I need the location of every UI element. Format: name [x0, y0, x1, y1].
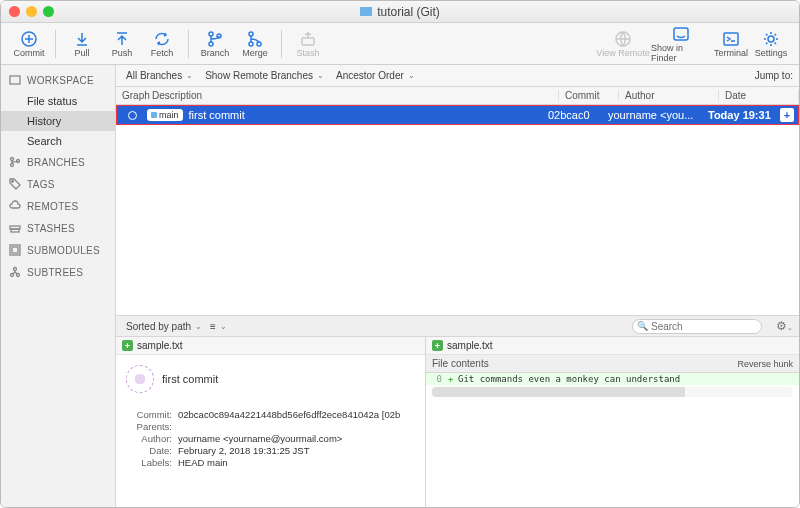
file-list-item[interactable]: + sample.txt [116, 337, 425, 355]
commit-icon [20, 30, 38, 48]
sidebar-section-workspace[interactable]: WORKSPACE [1, 69, 115, 91]
pull-button[interactable]: Pull [62, 24, 102, 64]
gear-icon [762, 30, 780, 48]
value-parents [178, 421, 415, 432]
value-labels: HEAD main [178, 457, 415, 468]
value-commit: 02bcac0c894a4221448bd56ef6dff2ece841042a… [178, 409, 415, 420]
separator [55, 30, 56, 58]
fetch-button[interactable]: Fetch [142, 24, 182, 64]
fetch-icon [153, 30, 171, 48]
value-date: February 2, 2018 19:31:25 JST [178, 445, 415, 456]
sidebar-section-submodules[interactable]: SUBMODULES [1, 239, 115, 261]
branch-button[interactable]: Branch [195, 24, 235, 64]
commit-button[interactable]: Commit [9, 24, 49, 64]
avatar [126, 365, 154, 393]
diff-file-header[interactable]: + sample.txt [426, 337, 799, 355]
commit-row[interactable]: main first commit 02bcac0 yourname <you.… [116, 105, 799, 125]
sidebar-item-search[interactable]: Search [1, 131, 115, 151]
view-remote-button[interactable]: View Remote [595, 24, 651, 64]
sidebar: WORKSPACE File status History Search BRA… [1, 65, 116, 507]
commit-dot-icon [128, 111, 137, 120]
expand-button[interactable]: + [780, 108, 794, 122]
close-icon[interactable] [9, 6, 20, 17]
tag-icon [9, 178, 21, 190]
traffic-lights [9, 6, 54, 17]
diff-pane: + sample.txt File contents Reverse hunk … [426, 337, 799, 507]
sidebar-section-remotes[interactable]: REMOTES [1, 195, 115, 217]
show-in-finder-button[interactable]: Show in Finder [651, 24, 711, 64]
chevron-down-icon: ⌄ [317, 71, 324, 80]
branch-tag[interactable]: main [147, 109, 183, 121]
gear-icon[interactable]: ⚙⌄ [776, 319, 793, 333]
stash-icon [9, 222, 21, 234]
settings-button[interactable]: Settings [751, 24, 791, 64]
added-icon: + [432, 340, 443, 351]
file-name: sample.txt [137, 340, 183, 351]
filter-show-remote[interactable]: Show Remote Branches⌄ [201, 70, 328, 81]
sidebar-section-subtrees[interactable]: SUBTREES [1, 261, 115, 283]
sidebar-item-file-status[interactable]: File status [1, 91, 115, 111]
svg-rect-12 [10, 76, 20, 84]
titlebar: tutorial (Git) [1, 1, 799, 23]
main-panel: All Branches⌄ Show Remote Branches⌄ Ance… [116, 65, 799, 507]
col-commit[interactable]: Commit [559, 90, 619, 101]
sidebar-item-history[interactable]: History [1, 111, 115, 131]
branch-icon [9, 156, 21, 168]
filter-all-branches[interactable]: All Branches⌄ [122, 70, 197, 81]
chevron-down-icon: ⌄ [195, 322, 202, 331]
window-title-text: tutorial (Git) [377, 5, 440, 19]
label-author: Author: [126, 433, 172, 444]
window-title: tutorial (Git) [360, 5, 440, 19]
merge-button[interactable]: Merge [235, 24, 275, 64]
separator [281, 30, 282, 58]
file-info-pane: + sample.txt first commit Commit:02bcac0… [116, 337, 426, 507]
scrollbar[interactable] [432, 387, 793, 397]
minimize-icon[interactable] [26, 6, 37, 17]
plus-icon: + [448, 374, 458, 384]
diff-hunk-header: File contents Reverse hunk [426, 355, 799, 373]
label-labels: Labels: [126, 457, 172, 468]
chevron-down-icon: ⌄ [408, 71, 415, 80]
col-description[interactable]: Description [146, 90, 559, 101]
col-date[interactable]: Date [719, 90, 799, 101]
value-author: yourname <yourname@yourmail.com> [178, 433, 415, 444]
detail-panes: + sample.txt first commit Commit:02bcac0… [116, 337, 799, 507]
sidebar-section-branches[interactable]: BRANCHES [1, 151, 115, 173]
sort-dropdown[interactable]: Sorted by path⌄ [122, 321, 206, 332]
filter-ancestor[interactable]: Ancestor Order⌄ [332, 70, 419, 81]
submodule-icon [9, 244, 21, 256]
folder-icon [360, 7, 372, 16]
terminal-button[interactable]: Terminal [711, 24, 751, 64]
diff-line: 0 + Git commands even a monkey can under… [426, 373, 799, 385]
cloud-icon [9, 200, 21, 212]
workspace-icon [9, 74, 21, 86]
toolbar: Commit Pull Push Fetch Branch Merge Stas… [1, 23, 799, 65]
label-date: Date: [126, 445, 172, 456]
svg-point-13 [11, 158, 14, 161]
sidebar-section-stashes[interactable]: STASHES [1, 217, 115, 239]
diff-file-name: sample.txt [447, 340, 493, 351]
col-graph[interactable]: Graph [116, 90, 146, 101]
push-icon [113, 30, 131, 48]
stash-button[interactable]: Stash [288, 24, 328, 64]
reverse-hunk-button[interactable]: Reverse hunk [737, 359, 793, 369]
label-commit: Commit: [126, 409, 172, 420]
view-mode-dropdown[interactable]: ≡⌄ [206, 321, 231, 332]
filter-bar: All Branches⌄ Show Remote Branches⌄ Ance… [116, 65, 799, 87]
added-icon: + [122, 340, 133, 351]
svg-point-2 [209, 42, 213, 46]
svg-point-5 [249, 42, 253, 46]
terminal-icon [722, 30, 740, 48]
zoom-icon[interactable] [43, 6, 54, 17]
commit-message: first commit [189, 109, 245, 121]
sidebar-section-tags[interactable]: TAGS [1, 173, 115, 195]
col-author[interactable]: Author [619, 90, 719, 101]
history-empty-area [116, 125, 799, 315]
stash-icon [299, 30, 317, 48]
search-input[interactable] [632, 319, 762, 334]
svg-point-4 [249, 32, 253, 36]
push-button[interactable]: Push [102, 24, 142, 64]
commit-date: Today 19:31 [708, 109, 780, 121]
chevron-down-icon: ⌄ [186, 71, 193, 80]
finder-icon [672, 25, 690, 43]
